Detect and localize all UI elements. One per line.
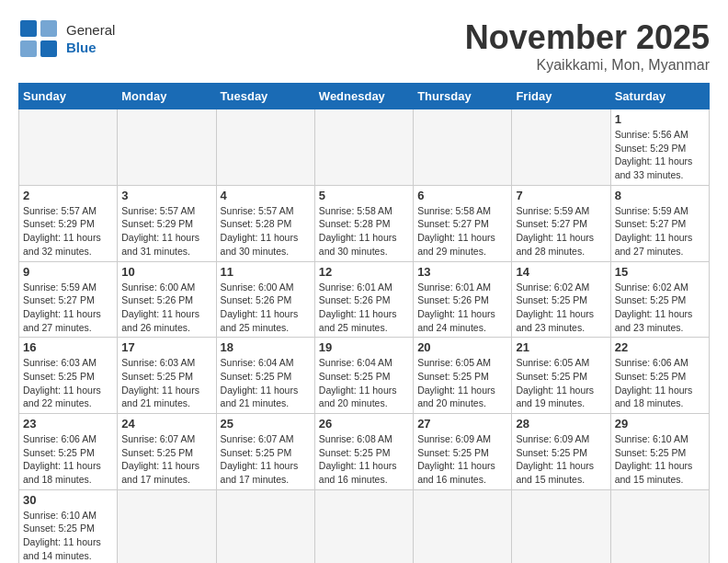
day-number: 7 [516, 189, 606, 202]
day-number: 11 [221, 265, 311, 279]
day-info: Sunrise: 5:59 AMSunset: 5:27 PMDaylight:… [516, 204, 606, 259]
day-number: 3 [121, 189, 211, 202]
day-info: Sunrise: 6:10 AMSunset: 5:25 PMDaylight:… [23, 509, 113, 563]
day-info: Sunrise: 6:00 AMSunset: 5:26 PMDaylight:… [121, 281, 211, 335]
calendar-cell: 27Sunrise: 6:09 AMSunset: 5:25 PMDayligh… [414, 414, 512, 490]
calendar-cell: 15Sunrise: 6:02 AMSunset: 5:25 PMDayligh… [610, 261, 709, 338]
calendar-cell [512, 489, 610, 563]
day-info: Sunrise: 6:06 AMSunset: 5:25 PMDaylight:… [23, 432, 113, 487]
calendar-cell: 3Sunrise: 5:57 AMSunset: 5:29 PMDaylight… [118, 185, 216, 261]
calendar-cell: 20Sunrise: 6:05 AMSunset: 5:25 PMDayligh… [414, 338, 512, 414]
month-title: November 2025 [465, 18, 710, 57]
calendar-week-row: 23Sunrise: 6:06 AMSunset: 5:25 PMDayligh… [19, 414, 710, 490]
day-number: 2 [23, 189, 113, 202]
calendar-cell [512, 109, 610, 186]
day-info: Sunrise: 5:57 AMSunset: 5:29 PMDaylight:… [23, 204, 113, 259]
weekday-header-thursday: Thursday [414, 84, 512, 109]
day-info: Sunrise: 6:02 AMSunset: 5:25 PMDaylight:… [516, 281, 606, 335]
calendar-cell [414, 109, 512, 186]
calendar-cell: 28Sunrise: 6:09 AMSunset: 5:25 PMDayligh… [512, 414, 610, 490]
day-number: 30 [23, 493, 113, 507]
weekday-header-monday: Monday [118, 84, 216, 109]
day-number: 17 [121, 340, 211, 354]
calendar-cell: 12Sunrise: 6:01 AMSunset: 5:26 PMDayligh… [314, 261, 413, 338]
calendar-cell: 29Sunrise: 6:10 AMSunset: 5:25 PMDayligh… [610, 414, 709, 490]
calendar-cell: 14Sunrise: 6:02 AMSunset: 5:25 PMDayligh… [512, 261, 610, 338]
calendar-cell [118, 109, 216, 186]
weekday-header-tuesday: Tuesday [216, 84, 314, 109]
calendar-cell [610, 489, 709, 563]
logo-blue: Blue [66, 39, 115, 57]
calendar-cell [19, 109, 118, 186]
calendar-cell: 24Sunrise: 6:07 AMSunset: 5:25 PMDayligh… [118, 414, 216, 490]
day-info: Sunrise: 5:58 AMSunset: 5:28 PMDaylight:… [319, 204, 409, 259]
calendar-cell: 26Sunrise: 6:08 AMSunset: 5:25 PMDayligh… [314, 414, 413, 490]
day-number: 18 [221, 340, 311, 354]
day-number: 24 [121, 417, 211, 431]
calendar-cell: 23Sunrise: 6:06 AMSunset: 5:25 PMDayligh… [19, 414, 118, 490]
day-info: Sunrise: 6:00 AMSunset: 5:26 PMDaylight:… [221, 281, 311, 335]
day-info: Sunrise: 6:07 AMSunset: 5:25 PMDaylight:… [221, 432, 311, 487]
weekday-header-sunday: Sunday [19, 84, 118, 109]
calendar-cell [314, 489, 413, 563]
day-number: 16 [23, 340, 113, 354]
calendar-cell: 22Sunrise: 6:06 AMSunset: 5:25 PMDayligh… [610, 338, 709, 414]
day-info: Sunrise: 6:07 AMSunset: 5:25 PMDaylight:… [121, 432, 211, 487]
calendar-cell: 8Sunrise: 5:59 AMSunset: 5:27 PMDaylight… [610, 185, 709, 261]
logo-general: General [66, 21, 115, 40]
day-info: Sunrise: 6:01 AMSunset: 5:26 PMDaylight:… [417, 281, 507, 335]
weekday-header-wednesday: Wednesday [314, 84, 413, 109]
day-number: 15 [615, 265, 705, 279]
day-number: 14 [516, 265, 606, 279]
calendar-cell: 17Sunrise: 6:03 AMSunset: 5:25 PMDayligh… [118, 338, 216, 414]
day-number: 22 [615, 340, 705, 354]
calendar-cell: 13Sunrise: 6:01 AMSunset: 5:26 PMDayligh… [414, 261, 512, 338]
svg-rect-1 [40, 20, 57, 37]
calendar-week-row: 2Sunrise: 5:57 AMSunset: 5:29 PMDaylight… [19, 185, 710, 261]
day-number: 20 [417, 340, 507, 354]
day-number: 23 [23, 417, 113, 431]
calendar-cell: 2Sunrise: 5:57 AMSunset: 5:29 PMDaylight… [19, 185, 118, 261]
calendar-cell [414, 489, 512, 563]
calendar-cell: 10Sunrise: 6:00 AMSunset: 5:26 PMDayligh… [118, 261, 216, 338]
day-number: 27 [417, 417, 507, 431]
day-info: Sunrise: 6:04 AMSunset: 5:25 PMDaylight:… [319, 356, 409, 410]
day-number: 5 [319, 189, 409, 202]
day-info: Sunrise: 6:03 AMSunset: 5:25 PMDaylight:… [121, 356, 211, 410]
logo-svg [18, 18, 59, 59]
day-number: 13 [417, 265, 507, 279]
day-number: 21 [516, 340, 606, 354]
day-info: Sunrise: 6:01 AMSunset: 5:26 PMDaylight:… [319, 281, 409, 335]
day-info: Sunrise: 6:08 AMSunset: 5:25 PMDaylight:… [319, 432, 409, 487]
calendar-cell: 7Sunrise: 5:59 AMSunset: 5:27 PMDaylight… [512, 185, 610, 261]
day-info: Sunrise: 6:02 AMSunset: 5:25 PMDaylight:… [615, 281, 705, 335]
calendar-table: SundayMondayTuesdayWednesdayThursdayFrid… [18, 83, 710, 563]
day-info: Sunrise: 5:59 AMSunset: 5:27 PMDaylight:… [23, 281, 113, 335]
calendar-cell: 25Sunrise: 6:07 AMSunset: 5:25 PMDayligh… [216, 414, 314, 490]
svg-rect-3 [40, 40, 57, 57]
calendar-cell: 11Sunrise: 6:00 AMSunset: 5:26 PMDayligh… [216, 261, 314, 338]
calendar-cell: 21Sunrise: 6:05 AMSunset: 5:25 PMDayligh… [512, 338, 610, 414]
day-info: Sunrise: 5:59 AMSunset: 5:27 PMDaylight:… [615, 204, 705, 259]
day-number: 8 [615, 189, 705, 202]
day-info: Sunrise: 6:04 AMSunset: 5:25 PMDaylight:… [221, 356, 311, 410]
day-info: Sunrise: 6:09 AMSunset: 5:25 PMDaylight:… [516, 432, 606, 487]
header: General Blue November 2025 Kyaikkami, Mo… [18, 18, 710, 74]
day-info: Sunrise: 6:06 AMSunset: 5:25 PMDaylight:… [615, 356, 705, 410]
day-info: Sunrise: 6:05 AMSunset: 5:25 PMDaylight:… [516, 356, 606, 410]
day-info: Sunrise: 6:05 AMSunset: 5:25 PMDaylight:… [417, 356, 507, 410]
calendar-week-row: 9Sunrise: 5:59 AMSunset: 5:27 PMDaylight… [19, 261, 710, 338]
calendar-cell: 5Sunrise: 5:58 AMSunset: 5:28 PMDaylight… [314, 185, 413, 261]
day-number: 12 [319, 265, 409, 279]
day-number: 25 [221, 417, 311, 431]
location-subtitle: Kyaikkami, Mon, Myanmar [465, 57, 710, 74]
day-info: Sunrise: 5:58 AMSunset: 5:27 PMDaylight:… [417, 204, 507, 259]
title-area: November 2025 Kyaikkami, Mon, Myanmar [465, 18, 710, 74]
calendar-cell [314, 109, 413, 186]
day-number: 26 [319, 417, 409, 431]
logo: General Blue [18, 18, 115, 59]
day-number: 29 [615, 417, 705, 431]
weekday-header-friday: Friday [512, 84, 610, 109]
calendar-cell [216, 489, 314, 563]
day-info: Sunrise: 6:09 AMSunset: 5:25 PMDaylight:… [417, 432, 507, 487]
